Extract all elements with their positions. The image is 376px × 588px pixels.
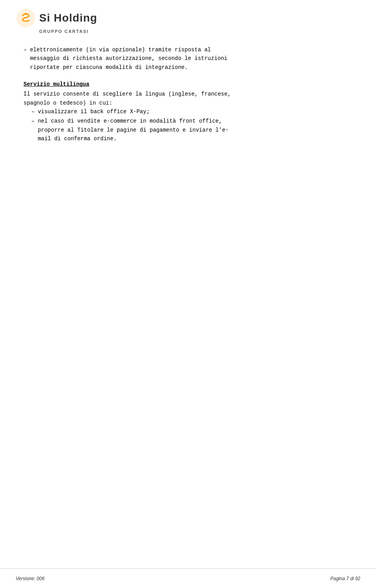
nested-bullet-1: – visualizzare il back office X-Pay; — [31, 107, 352, 116]
section-line1: Il servizio consente di scegliere la lin… — [24, 90, 352, 98]
section-body: Il servizio consente di scegliere la lin… — [24, 90, 352, 143]
nested-bullet-2: – nel caso di vendite e-commerce in moda… — [31, 117, 352, 143]
logo-container: Si Holding GRUPPO CARTASI — [16, 8, 97, 34]
content-area: – elettronicamente (in via opzionale) tr… — [0, 38, 376, 588]
bullet2-line2: proporre al Titolare le pagine di pagame… — [38, 126, 228, 134]
section-line2: spagnolo o tedesco) in cui: — [24, 99, 352, 107]
footer-page: Pagina 7 di 92 — [330, 576, 360, 581]
bullet2-text: nel caso di vendite e-commerce in modali… — [38, 117, 228, 143]
footer: Versione: 006 Pagina 7 di 92 — [0, 568, 376, 588]
intro-text-line3: riportate per ciascuna modalità di integ… — [30, 63, 227, 72]
section-title: Servizio multilingua — [24, 81, 352, 87]
header: Si Holding GRUPPO CARTASI — [0, 0, 376, 38]
footer-version: Versione: 006 — [16, 576, 45, 581]
bullet1-text: visualizzare il back office X-Pay; — [38, 107, 150, 116]
page: Si Holding GRUPPO CARTASI – elettronicam… — [0, 0, 376, 588]
logo-top: Si Holding — [16, 8, 97, 28]
intro-text-line1: elettronicamente (in via opzionale) tram… — [30, 45, 227, 54]
bullet1-dash: – — [31, 107, 34, 116]
intro-dash: – — [24, 45, 27, 72]
section-multilingua: Servizio multilingua Il servizio consent… — [24, 81, 352, 143]
intro-paragraph: – elettronicamente (in via opzionale) tr… — [24, 45, 352, 72]
logo-icon — [16, 8, 36, 28]
bullet2-dash: – — [31, 117, 34, 143]
intro-text-line2: messaggio di richiesta autorizzazione, s… — [30, 54, 227, 63]
bullet2-line3: mail di conferma ordine. — [38, 134, 228, 143]
logo-text: Si Holding — [39, 12, 97, 24]
intro-text: elettronicamente (in via opzionale) tram… — [30, 45, 227, 72]
logo-subtitle: GRUPPO CARTASI — [39, 29, 89, 34]
intro-bullet-line: – elettronicamente (in via opzionale) tr… — [24, 45, 352, 72]
bullet2-line1: nel caso di vendite e-commerce in modali… — [38, 117, 228, 125]
